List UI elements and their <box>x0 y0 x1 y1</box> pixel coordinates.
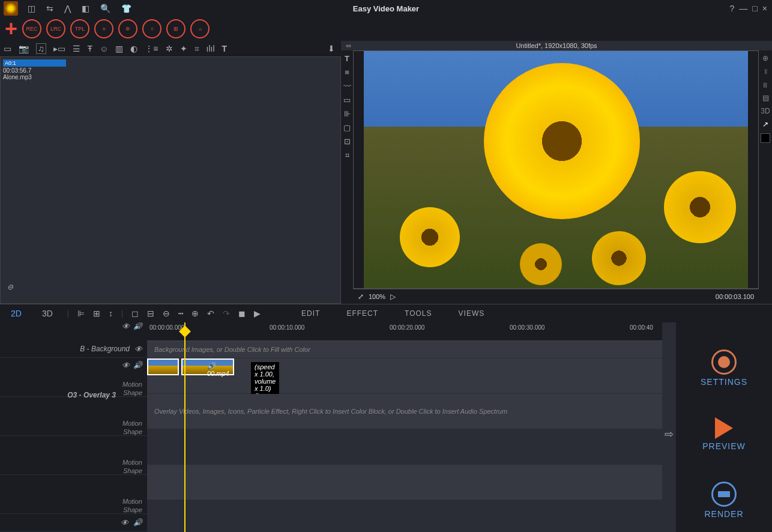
preview-viewer[interactable] <box>353 50 759 289</box>
line-tool-icon[interactable]: ≡ <box>345 68 349 77</box>
camera-icon[interactable]: 📷 <box>19 44 29 53</box>
download-icon[interactable]: ⬇ <box>328 44 335 53</box>
3d-icon[interactable]: 3D <box>761 107 770 115</box>
expand-icon[interactable]: ⤢ <box>358 292 364 301</box>
maximize-button[interactable]: □ <box>752 4 757 13</box>
align-v-icon[interactable]: ⫼ <box>762 80 769 89</box>
music-icon[interactable]: ♫ <box>36 43 46 54</box>
titlebar-icon-3[interactable]: ⋀ <box>64 4 71 13</box>
expand-arrow-icon[interactable]: ⇨ <box>665 428 674 441</box>
tab-2d[interactable]: 2D <box>5 306 28 321</box>
close-button[interactable]: × <box>762 4 767 13</box>
media-clip[interactable]: A0:1 00:03:56.7 Alone.mp3 <box>3 59 66 80</box>
menu-tools[interactable]: TOOLS <box>405 309 432 318</box>
track-o3-header[interactable]: O3 - Overlay 3👁🔊 <box>0 514 147 531</box>
arrow-icon[interactable]: ↗ <box>762 120 768 128</box>
video-icon[interactable]: ▸▭ <box>53 44 65 53</box>
split-icon[interactable]: ⊟ <box>147 309 154 318</box>
crop-icon[interactable]: ◻ <box>131 309 139 318</box>
stop-icon[interactable]: ◼ <box>238 309 246 318</box>
play-icon[interactable]: ▷ <box>390 292 396 301</box>
track-body[interactable]: 00:00:00.000 00:00:10.000 00:00:20.000 0… <box>147 322 662 532</box>
app-logo-icon <box>4 1 18 16</box>
titlebar-icon-6[interactable]: 👕 <box>121 4 131 13</box>
grid-tool-icon[interactable]: ⌗ <box>345 151 349 160</box>
contrast-icon[interactable]: ◐ <box>130 44 137 53</box>
media-bin[interactable]: A0:1 00:03:56.7 Alone.mp3 <box>0 56 341 304</box>
panel-icon[interactable]: ▤ <box>762 94 769 102</box>
align-h-icon[interactable]: ⫴ <box>764 67 767 76</box>
main-area: ▭ 📷 ♫ ▸▭ ☰ Ŧ ☺ ▥ ◐ ⋮≡ ✲ ✦ ⌗ ılıl T ⬇ A0:… <box>0 41 772 304</box>
layout-button[interactable]: ⊞ <box>166 19 185 38</box>
speaker-icon[interactable]: 🔊 <box>133 361 142 369</box>
bullets-icon[interactable]: ⋮≡ <box>145 44 158 53</box>
play-button-icon[interactable]: ▶ <box>254 309 261 318</box>
grid-button[interactable]: ⌗ <box>142 19 161 38</box>
track-o2[interactable] <box>147 465 662 500</box>
type-icon[interactable]: T <box>222 44 228 53</box>
puzzle-icon[interactable]: ✦ <box>180 44 187 53</box>
resize-icon[interactable]: ⇔ <box>346 42 351 50</box>
video-clip[interactable]: 🔊 00.mp4 (speed x 1.00, volume x 1.0)(ke… <box>147 358 234 375</box>
lrc-button[interactable]: LRC <box>46 19 65 38</box>
list-button[interactable]: ≡ <box>94 19 113 38</box>
undo-icon[interactable]: ↶ <box>207 309 214 318</box>
titlebar-icon-2[interactable]: ⇆ <box>46 4 53 13</box>
tab-3d[interactable]: 3D <box>36 306 59 321</box>
timeline-ruler[interactable]: 00:00:00.000 00:00:10.000 00:00:20.000 0… <box>147 322 662 341</box>
smile-icon[interactable]: ☺ <box>100 44 108 53</box>
text-icon[interactable]: Ŧ <box>88 44 93 53</box>
preview-left-tools: T ≡ 〰 ▭ ⊪ ▢ ⊡ ⌗ <box>341 50 353 304</box>
minimize-button[interactable]: — <box>739 4 747 13</box>
playhead[interactable] <box>184 322 185 532</box>
eye-icon[interactable]: 👁 <box>122 361 130 370</box>
wave-tool-icon[interactable]: 〰 <box>343 82 351 91</box>
titlebar-icon-4[interactable]: ◧ <box>82 4 89 13</box>
clip-thumb-1[interactable] <box>147 358 179 375</box>
ruler-icon[interactable]: ┅ <box>178 309 183 318</box>
add-button[interactable]: + <box>5 20 17 37</box>
track-o1[interactable] <box>147 429 662 465</box>
box-tool-icon[interactable]: ▭ <box>343 95 351 104</box>
preview-playbar: ⤢ 100% ▷ 00:00:03.100 <box>353 289 759 304</box>
list-icon[interactable]: ☰ <box>73 44 80 53</box>
redo-icon[interactable]: ↷ <box>223 309 230 318</box>
grid-view-icon[interactable]: ⊞ <box>93 309 100 318</box>
hash-icon[interactable]: ⌗ <box>195 44 199 54</box>
rect-tool-icon[interactable]: ▢ <box>343 123 351 132</box>
text-tool-icon[interactable]: T <box>345 54 349 63</box>
align-center-icon[interactable]: ⊕ <box>762 54 768 62</box>
zoom-out-icon[interactable]: ⊖ <box>163 309 170 318</box>
settings-button[interactable]: SETTINGS <box>701 349 747 387</box>
tpl-button[interactable]: TPL <box>70 19 89 38</box>
action-sidebar: SETTINGS PREVIEW RENDER <box>676 322 772 532</box>
zoom-in-icon[interactable]: ⊕ <box>191 309 199 318</box>
flower-icon[interactable]: ✲ <box>166 44 173 53</box>
speaker-icon[interactable]: 🔊 <box>133 518 142 527</box>
menu-edit[interactable]: EDIT <box>301 309 320 318</box>
titlebar-icon-5[interactable]: 🔍 <box>100 4 110 13</box>
track-o0[interactable]: Overlay Videos, Images, Icons, Particle … <box>147 394 662 429</box>
screen-icon[interactable]: ▭ <box>4 44 11 53</box>
menu-views[interactable]: VIEWS <box>459 309 485 318</box>
color-swatch[interactable] <box>761 133 770 143</box>
track-o3[interactable] <box>147 500 662 518</box>
dotted-tool-icon[interactable]: ⊡ <box>344 137 351 146</box>
battery-icon[interactable]: ▥ <box>115 44 123 53</box>
rec-button[interactable]: REC <box>22 19 41 38</box>
media-toolbar: ▭ 📷 ♫ ▸▭ ☰ Ŧ ☺ ▥ ◐ ⋮≡ ✲ ✦ ⌗ ılıl T ⬇ <box>0 41 341 56</box>
align-left-icon[interactable]: ⊫ <box>77 309 85 318</box>
chart-tool-icon[interactable]: ⊪ <box>344 109 351 118</box>
user-button[interactable]: ⍝ <box>190 19 210 38</box>
bars-icon[interactable]: ılıl <box>207 44 215 53</box>
titlebar-icon-1[interactable]: ◫ <box>28 4 35 13</box>
track-bg[interactable]: Background Images, or Double Click to Fi… <box>147 341 662 358</box>
eye-icon[interactable]: 👁 <box>121 518 128 527</box>
render-button[interactable]: RENDER <box>704 482 743 519</box>
help-button[interactable]: ? <box>730 4 735 13</box>
effect-button[interactable]: ✲ <box>118 19 137 38</box>
track-video[interactable]: 🔊 00.mp4 (speed x 1.00, volume x 1.0)(ke… <box>147 358 662 394</box>
menu-effect[interactable]: EFFECT <box>346 309 378 318</box>
preview-button[interactable]: PREVIEW <box>702 417 746 451</box>
sort-icon[interactable]: ↕ <box>109 309 113 318</box>
